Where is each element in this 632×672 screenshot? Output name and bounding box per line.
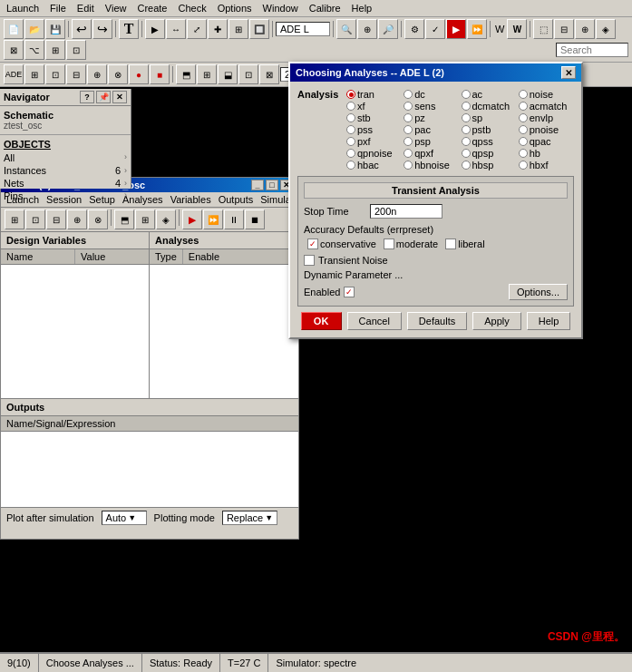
tb2-7[interactable]: ●: [129, 64, 149, 84]
menu-options[interactable]: Options: [215, 2, 255, 15]
tb-mode4[interactable]: ✚: [208, 19, 228, 39]
tb2-2[interactable]: ⊞: [24, 64, 44, 84]
tb-mode1[interactable]: ▶: [145, 19, 165, 39]
stop-time-input[interactable]: [370, 204, 442, 219]
tb-run2[interactable]: ⏩: [467, 19, 487, 39]
tb-t-icon[interactable]: T: [119, 19, 139, 39]
options-button[interactable]: Options...: [509, 284, 568, 300]
tb-zoom-out[interactable]: 🔎: [378, 19, 398, 39]
radio-noise[interactable]: noise: [519, 89, 574, 100]
tb2-12[interactable]: ⊡: [238, 64, 258, 84]
help-button[interactable]: Help: [527, 312, 571, 330]
radio-psp[interactable]: psp: [404, 136, 459, 147]
radio-tran[interactable]: tran: [346, 89, 402, 100]
ade-tb4[interactable]: ⊕: [67, 209, 87, 229]
tb-props[interactable]: ⚙: [404, 19, 424, 39]
radio-hbnoise[interactable]: hbnoise: [404, 160, 459, 170]
search-input[interactable]: [556, 43, 628, 57]
menu-view[interactable]: View: [102, 2, 130, 15]
radio-pss[interactable]: pss: [346, 124, 402, 135]
tb-open[interactable]: 📂: [24, 19, 44, 39]
ade-tb3[interactable]: ⊟: [46, 209, 66, 229]
tb-extra2[interactable]: ⊟: [554, 19, 574, 39]
menu-launch[interactable]: Launch: [4, 2, 42, 15]
plotting-mode-select[interactable]: Replace ▼: [222, 511, 277, 525]
tb2-10[interactable]: ⊞: [197, 64, 217, 84]
tb-zoom-in[interactable]: 🔍: [336, 19, 356, 39]
radio-stb[interactable]: stb: [346, 112, 402, 123]
radio-sens[interactable]: sens: [404, 101, 459, 112]
menu-help[interactable]: Help: [349, 2, 375, 15]
ade-tb12[interactable]: ⏹: [245, 209, 265, 229]
nav-btn-x[interactable]: ✕: [112, 91, 127, 103]
tb-extra4[interactable]: ◈: [596, 19, 616, 39]
obj-instances[interactable]: Instances 6›: [4, 164, 127, 177]
ade-tb8[interactable]: ◈: [156, 209, 176, 229]
radio-qpss[interactable]: qpss: [462, 136, 517, 147]
radio-pxf[interactable]: pxf: [346, 136, 402, 147]
tb-mode6[interactable]: 🔲: [249, 19, 269, 39]
radio-qpnoise[interactable]: qpnoise: [346, 148, 402, 159]
radio-ac[interactable]: ac: [462, 89, 517, 100]
tb-extra3[interactable]: ⊕: [575, 19, 595, 39]
radio-qpac[interactable]: qpac: [519, 136, 574, 147]
menu-check[interactable]: Check: [175, 2, 209, 15]
ade-tb10[interactable]: ⏩: [203, 209, 223, 229]
obj-nets[interactable]: Nets 4›: [4, 177, 127, 190]
check-enabled[interactable]: ✓: [344, 287, 355, 297]
radio-pstb[interactable]: pstb: [462, 124, 517, 135]
radio-dc[interactable]: dc: [404, 89, 459, 100]
apply-button[interactable]: Apply: [472, 312, 521, 330]
check-conservative[interactable]: ✓ conservative: [307, 239, 376, 249]
ade-tb1[interactable]: ⊞: [5, 209, 24, 229]
cancel-button[interactable]: Cancel: [347, 312, 402, 330]
radio-hb[interactable]: hb: [519, 148, 574, 159]
radio-hbsp[interactable]: hbsp: [462, 160, 517, 170]
tb-save[interactable]: 💾: [45, 19, 65, 39]
tb-w-icon[interactable]: W: [507, 19, 527, 39]
tb2-4[interactable]: ⊟: [66, 64, 86, 84]
dialog-close-btn[interactable]: ✕: [561, 66, 576, 79]
tb2-11[interactable]: ⬓: [218, 64, 238, 84]
radio-envlp[interactable]: envlp: [519, 112, 574, 123]
check-transient-noise[interactable]: [304, 255, 315, 266]
radio-pac[interactable]: pac: [404, 124, 459, 135]
radio-acmatch[interactable]: acmatch: [519, 101, 574, 112]
radio-qpsp[interactable]: qpsp: [462, 148, 517, 159]
address-input[interactable]: [276, 22, 330, 36]
ade-minimize[interactable]: _: [251, 180, 264, 190]
nav-btn-pin[interactable]: 📌: [96, 91, 111, 103]
menu-file[interactable]: File: [47, 2, 69, 15]
radio-pz[interactable]: pz: [404, 112, 459, 123]
radio-dcmatch[interactable]: dcmatch: [462, 101, 517, 112]
radio-sp[interactable]: sp: [462, 112, 517, 123]
tb-new[interactable]: 📄: [4, 19, 24, 39]
tb-mode2[interactable]: ↔: [166, 19, 186, 39]
ade-menu-outputs[interactable]: Outputs: [219, 194, 254, 205]
tb-mode5[interactable]: ⊞: [228, 19, 248, 39]
status-tab2[interactable]: Choose Analyses ...: [39, 654, 142, 672]
radio-hbac[interactable]: hbac: [346, 160, 402, 170]
tb-mode3[interactable]: ⤢: [187, 19, 207, 39]
ade-tb11[interactable]: ⏸: [224, 209, 244, 229]
radio-hbxf[interactable]: hbxf: [519, 160, 574, 170]
radio-xf[interactable]: xf: [346, 101, 402, 112]
ade-tb6[interactable]: ⬒: [114, 209, 134, 229]
obj-pins[interactable]: Pins ›: [4, 190, 127, 202]
dynamic-param-row[interactable]: Dynamic Parameter ...: [304, 269, 568, 280]
tb2-13[interactable]: ⊠: [259, 64, 279, 84]
menu-calibre[interactable]: Calibre: [306, 2, 344, 15]
tb-extra6[interactable]: ⌥: [24, 40, 44, 60]
tb2-8[interactable]: ■: [150, 64, 170, 84]
defaults-button[interactable]: Defaults: [407, 312, 467, 330]
tb-check[interactable]: ✓: [425, 19, 445, 39]
tb-extra1[interactable]: ⬚: [533, 19, 553, 39]
ade-tb7[interactable]: ⊞: [135, 209, 155, 229]
tb-undo[interactable]: ↩: [72, 19, 92, 39]
tb-run1[interactable]: ▶: [446, 19, 466, 39]
nav-btn-question[interactable]: ?: [80, 91, 94, 103]
radio-qpxf[interactable]: qpxf: [404, 148, 459, 159]
plot-after-sim-select[interactable]: Auto ▼: [102, 511, 147, 525]
check-liberal[interactable]: liberal: [445, 239, 484, 249]
tb2-5[interactable]: ⊕: [87, 64, 107, 84]
